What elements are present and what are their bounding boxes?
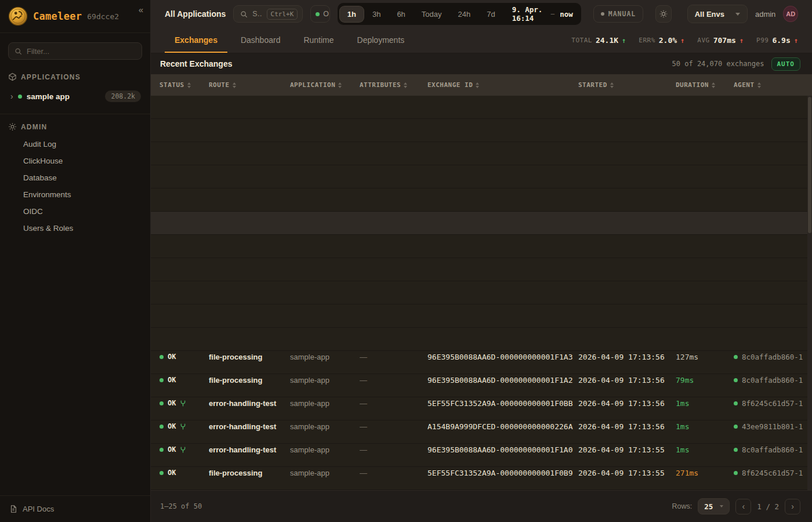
column-duration[interactable]: DURATION [676,81,734,89]
admin-nav: Audit Log ClickHouse Database Environmen… [0,135,150,242]
column-route[interactable]: ROUTE [209,81,290,89]
column-started[interactable]: STARTED [578,81,676,89]
status-cell: OK [160,422,209,430]
table-row[interactable]: OK file-processing sample-app — 96E395B0… [151,96,812,119]
tab-runtime[interactable]: Runtime [293,28,343,53]
table-row[interactable]: OK error-handling-test sample-app — 5EF5… [151,142,812,165]
status-text: OK [168,445,176,454]
topbar: All Applications S… Ctrl+K O 1h 3h 6h [151,0,812,28]
online-indicator[interactable]: O [310,5,329,23]
sidebar-item-environments[interactable]: Environments [0,186,150,203]
application-cell: sample-app [290,467,812,490]
cameleer-logo-icon [8,6,28,26]
next-page-button[interactable]: › [785,499,800,514]
table-row[interactable]: OK file-processing sample-app — 5EF55FC3… [151,328,812,351]
avatar[interactable]: AD [783,6,798,22]
theme-toggle-button[interactable] [655,5,671,23]
user-name: admin [755,10,775,19]
tab-exchanges[interactable]: Exchanges [165,28,227,53]
stat-err: ERR% 2.0% ↑ [639,36,684,45]
tab-dashboard[interactable]: Dashboard [231,28,291,53]
gear-icon [8,122,17,131]
column-agent[interactable]: AGENT [734,81,812,89]
search-icon [14,48,22,55]
range-24h[interactable]: 24h [451,6,478,22]
admin-section-label: ADMIN [0,114,150,135]
stats-summary: TOTAL 24.1K ↑ ERR% 2.0% ↑ AVG 707ms ↑ [571,28,798,53]
document-icon [9,505,17,513]
fork-icon [180,447,186,453]
refresh-mode-button[interactable]: MANUAL [593,5,644,23]
column-attributes[interactable]: ATTRIBUTES [360,81,427,89]
status-dot [160,401,164,405]
brand-version: 69dcce2 [87,12,119,21]
sort-icon [233,82,236,88]
auto-refresh-badge[interactable]: AUTO [771,57,801,71]
status-dot [160,425,164,429]
range-start-time[interactable]: 9. Apr. 16:14 [512,5,546,23]
sidebar-item-clickhouse[interactable]: ClickHouse [0,153,150,169]
range-3h[interactable]: 3h [365,6,388,22]
sort-icon [476,82,479,88]
table-row[interactable]: OK error-handling-test sample-app — A154… [151,165,812,188]
sort-icon [712,82,715,88]
filter-wrap [0,33,150,64]
sort-icon [757,82,761,88]
brand-name: Cameleer [33,10,82,22]
route-cell: file-processing [209,353,290,361]
trend-up-icon: ↑ [794,37,798,45]
trend-up-icon: ↑ [622,37,626,45]
table-row[interactable]: OK file-processing sample-app — 5EF55FC3… [151,212,812,235]
api-docs-link[interactable]: API Docs [0,495,150,522]
filter-input[interactable] [27,47,136,56]
sort-icon [187,82,191,88]
sidebar-item-audit-log[interactable]: Audit Log [0,136,150,153]
online-label: O [323,10,329,18]
sidebar-item-users-roles[interactable]: Users & Roles [0,220,150,237]
range-1h[interactable]: 1h [340,6,364,22]
column-status[interactable]: STATUS [160,81,209,89]
table-row[interactable]: OK error-handling-test sample-app — 96E3… [151,188,812,212]
scrollbar[interactable] [807,96,812,490]
route-cell: error-handling-test [209,445,290,454]
search-icon [240,10,248,18]
route-cell: file-processing [209,376,290,385]
rows-per-page-select[interactable]: 25 [698,498,730,514]
sidebar-item-oidc[interactable]: OIDC [0,203,150,220]
trend-up-icon: ↑ [680,37,684,45]
filter-field[interactable] [8,42,142,60]
column-exchange-id[interactable]: EXCHANGE ID [427,81,578,89]
range-7d[interactable]: 7d [479,6,502,22]
range-end-time[interactable]: now [560,10,573,19]
prev-page-button[interactable]: ‹ [735,499,751,514]
global-search-field[interactable]: S… Ctrl+K [233,5,303,23]
table-row[interactable]: OK file-processing sample-app — A154B9A9… [151,304,812,328]
status-text: OK [168,353,176,361]
app-status-dot [18,95,22,99]
status-text: OK [168,376,176,384]
sort-icon [338,82,342,88]
sidebar-item-sample-app[interactable]: › sample app 208.2k [5,87,146,106]
range-today[interactable]: Today [414,6,449,22]
table-row[interactable]: OK file-processing sample-app — 96E395B0… [151,281,812,304]
range-6h[interactable]: 6h [389,6,412,22]
tab-deployments[interactable]: Deployments [347,28,415,53]
exchange-count: 50 of 24,070 exchanges [672,60,764,68]
sun-icon [659,10,668,18]
table-row[interactable]: OK file-processing sample-app — 96E395B0… [151,119,812,142]
sidebar-item-database[interactable]: Database [0,169,150,186]
list-header: Recent Exchanges 50 of 24,070 exchanges … [151,53,812,74]
table-row[interactable]: OK file-processing sample-app — 96E395B0… [151,235,812,258]
keyboard-shortcut-badge: Ctrl+K [267,9,298,20]
status-text: OK [168,399,176,407]
table-row[interactable]: OK file-processing sample-app — 96E395B0… [151,258,812,281]
stat-total: TOTAL 24.1K ↑ [571,36,626,45]
chevron-right-icon[interactable]: › [10,92,13,100]
sidebar: Cameleer 69dcce2 « APPLICATIONS › sample… [0,0,151,522]
collapse-sidebar-icon[interactable]: « [139,5,143,14]
column-application[interactable]: APPLICATION [290,81,360,89]
time-range-group: 1h 3h 6h Today 24h 7d 9. Apr. 16:14 – no… [338,3,581,25]
status-cell: OK [160,469,209,477]
env-select[interactable]: All Envs [687,5,748,23]
scrollbar-thumb[interactable] [808,97,811,233]
